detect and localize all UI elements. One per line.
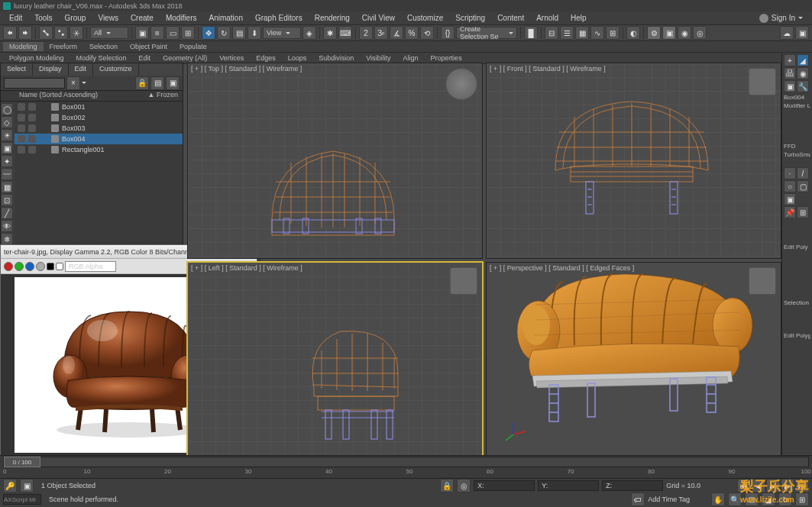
- create-tab-button[interactable]: +: [784, 54, 796, 66]
- menu-modifiers[interactable]: Modifiers: [160, 12, 203, 24]
- pivot-center-button[interactable]: ◈: [302, 26, 316, 40]
- ribbon-tab-modeling[interactable]: Modeling: [3, 42, 44, 51]
- window-crossing-button[interactable]: ⊞: [181, 26, 195, 40]
- viewport-fov-button[interactable]: ◢: [762, 492, 775, 506]
- rollout-edit-polygons[interactable]: Edit Polygons: [784, 332, 810, 339]
- viewcube[interactable]: [749, 68, 776, 95]
- menu-content[interactable]: Content: [491, 12, 530, 24]
- ribbon-edit[interactable]: Edit: [133, 53, 157, 63]
- rollout-ffd[interactable]: FFD: [784, 143, 810, 150]
- blue-channel-button[interactable]: [25, 262, 34, 271]
- selection-filter-dropdown[interactable]: All: [90, 27, 128, 39]
- ribbon-geometry-all[interactable]: Geometry (All): [157, 53, 213, 63]
- render-setup-button[interactable]: ⚙: [647, 26, 661, 40]
- autodesk-account-button[interactable]: ▣: [795, 26, 809, 40]
- viewcube[interactable]: [445, 68, 477, 100]
- menu-create[interactable]: Create: [125, 12, 160, 24]
- motion-tab-button[interactable]: ◉: [797, 67, 809, 79]
- coord-x-input[interactable]: [487, 482, 526, 489]
- ribbon-vertices[interactable]: Vertices: [213, 53, 250, 63]
- mirror-button[interactable]: ▐▌: [524, 26, 538, 40]
- play-button[interactable]: ▶: [766, 479, 780, 492]
- select-move-button[interactable]: ✥: [202, 26, 215, 40]
- coord-z-input[interactable]: [615, 482, 653, 489]
- display-tab-button[interactable]: ▣: [784, 80, 796, 92]
- set-key-button[interactable]: 🔑: [3, 479, 17, 492]
- rollout-edit-poly[interactable]: Edit Poly: [784, 244, 810, 250]
- menu-arnold[interactable]: Arnold: [530, 12, 565, 24]
- ribbon-visibility[interactable]: Visibility: [360, 53, 396, 63]
- percent-snap-button[interactable]: %: [405, 26, 419, 40]
- viewport-zoom-button[interactable]: 🔍: [728, 492, 742, 506]
- menu-customize[interactable]: Customize: [401, 12, 449, 24]
- time-slider-track[interactable]: 0 / 100: [3, 457, 809, 467]
- display-geometry-button[interactable]: ◯: [1, 103, 13, 115]
- show-end-result-button[interactable]: ⊞: [797, 206, 809, 218]
- viewport-front[interactable]: [ + ] [ Front ] [ Standard ] [ Wireframe…: [486, 63, 781, 259]
- list-item[interactable]: Box003: [15, 123, 183, 134]
- ribbon-tab-object-paint[interactable]: Object Paint: [124, 42, 173, 51]
- render-production-button[interactable]: ◉: [678, 26, 691, 40]
- select-place-button[interactable]: ⬇: [247, 26, 261, 40]
- rollout-turbo[interactable]: TurboSmooth: [784, 151, 810, 158]
- list-item[interactable]: Rectangle001: [15, 144, 183, 155]
- menu-help[interactable]: Help: [565, 12, 593, 24]
- menu-group[interactable]: Group: [59, 12, 92, 24]
- display-groups-button[interactable]: ▦: [1, 181, 13, 193]
- display-bone-button[interactable]: ╱: [1, 207, 13, 219]
- spinner-snap-button[interactable]: ⟲: [420, 26, 434, 40]
- goto-start-button[interactable]: ⏮: [737, 479, 751, 492]
- coord-x[interactable]: X:: [474, 480, 535, 491]
- lock-selection-button[interactable]: 🔒: [440, 479, 454, 492]
- display-helpers-button[interactable]: ✦: [1, 155, 13, 167]
- channel-dropdown[interactable]: RGB Alpha: [65, 261, 116, 272]
- list-item[interactable]: Box002: [15, 112, 183, 123]
- viewport-maximize-button[interactable]: ⊞: [795, 492, 809, 506]
- ribbon-tab-populate[interactable]: Populate: [173, 42, 213, 51]
- list-item[interactable]: Box004: [15, 134, 183, 144]
- stack-edge-button[interactable]: /: [797, 167, 809, 179]
- display-cameras-button[interactable]: ▣: [1, 142, 13, 154]
- ribbon-modify-selection[interactable]: Modify Selection: [70, 53, 133, 63]
- stack-polygon-button[interactable]: ▢: [797, 180, 809, 192]
- ribbon-tab-selection[interactable]: Selection: [83, 42, 124, 51]
- menu-rendering[interactable]: Rendering: [309, 12, 356, 24]
- header-frozen[interactable]: ▲ Frozen: [144, 91, 183, 101]
- se-tab-edit[interactable]: Edit: [69, 63, 94, 76]
- bind-space-warp-button[interactable]: ⚹: [70, 26, 83, 40]
- link-button[interactable]: [39, 26, 53, 40]
- unlink-button[interactable]: [54, 26, 68, 40]
- utilities-tab-button[interactable]: 🔧: [797, 80, 809, 92]
- se-tab-display[interactable]: Display: [33, 63, 69, 76]
- coord-z[interactable]: Z:: [602, 480, 663, 491]
- display-frozen-button[interactable]: ❄: [1, 233, 13, 245]
- white-channel-button[interactable]: [56, 263, 63, 270]
- prev-frame-button[interactable]: ◀: [752, 479, 765, 492]
- coord-y[interactable]: Y:: [538, 480, 599, 491]
- toggle-ribbon-button[interactable]: ▦: [575, 26, 589, 40]
- ref-coord-dropdown[interactable]: View: [263, 27, 301, 39]
- angle-snap-button[interactable]: ∡: [390, 26, 403, 40]
- se-tab-select[interactable]: Select: [1, 63, 33, 76]
- isolate-selection-button[interactable]: ◎: [457, 479, 471, 492]
- green-channel-button[interactable]: [15, 262, 24, 271]
- menu-graph-editors[interactable]: Graph Editors: [249, 12, 309, 24]
- manipulate-button[interactable]: ✱: [323, 26, 337, 40]
- rollout-selection[interactable]: Selection: [784, 299, 810, 306]
- viewport-left[interactable]: [ + ] [ Left ] [ Standard ] [ Wireframe …: [187, 262, 483, 458]
- select-object-button[interactable]: ▣: [135, 26, 149, 40]
- time-tag-label[interactable]: Add Time Tag: [648, 496, 690, 503]
- ribbon-poly-modeling[interactable]: Polygon Modeling: [3, 53, 70, 63]
- menu-civil-view[interactable]: Civil View: [356, 12, 401, 24]
- search-clear-button[interactable]: ×: [66, 76, 80, 90]
- alpha-channel-button[interactable]: [36, 262, 45, 271]
- snap-3d-button[interactable]: 3p: [374, 26, 388, 40]
- viewport-zoom-extents-button[interactable]: ⊡: [745, 492, 759, 506]
- select-region-button[interactable]: ▭: [166, 26, 180, 40]
- rollout-modifier-list[interactable]: Modifier List: [784, 102, 810, 109]
- filter-button[interactable]: ▣: [166, 76, 180, 90]
- ribbon-align[interactable]: Align: [397, 53, 425, 63]
- ribbon-properties[interactable]: Properties: [425, 53, 468, 63]
- viewport-orbit-button[interactable]: ↻: [778, 492, 792, 506]
- render-iterative-button[interactable]: ◎: [693, 26, 707, 40]
